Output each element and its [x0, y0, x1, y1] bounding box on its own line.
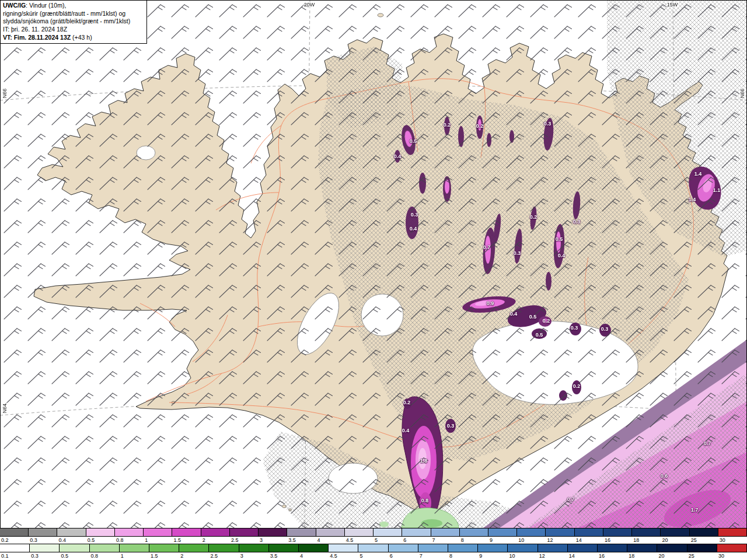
colorbar-label: 3 — [239, 552, 269, 559]
colorbar-cell — [374, 528, 402, 536]
colorbar-label: 10 — [508, 552, 537, 559]
title-line-1-rest: : Vindur (10m), — [26, 2, 66, 9]
colorbar-rain-cells — [0, 544, 747, 552]
colorbar-cell — [546, 528, 574, 536]
title-line-2: rigning/skúrir (grænt/blátt/rautt - mm/1… — [3, 10, 144, 18]
colorbar-label: 6 — [402, 537, 431, 544]
colorbar-label: 25 — [687, 552, 717, 559]
colorbar-label: 9 — [488, 537, 517, 544]
colorbar-label: 2 — [179, 552, 209, 559]
colorbar-cell — [488, 528, 517, 536]
colorbar-cell — [29, 528, 57, 536]
colorbar-label: 30 — [717, 552, 747, 559]
colorbar-label: 8 — [460, 537, 488, 544]
valid-time-offset: (+43 h) — [71, 34, 92, 41]
colorbar-sleet-labels: 0.20.30.40.50.811.522.533.544.5567891012… — [0, 537, 747, 544]
colorbar-label: 25 — [690, 537, 718, 544]
colorbar-label: 7 — [431, 537, 460, 544]
valid-time: VT: Fim. 28.11.2024 13Z (+43 h) — [3, 34, 144, 42]
colorbar-cell — [299, 544, 329, 552]
colorbar-cell — [179, 544, 209, 552]
colorbar-label: 3 — [259, 537, 287, 544]
colorbar-label: 0.2 — [0, 537, 29, 544]
colorbar-cell — [575, 528, 603, 536]
colorbar-label: 0.5 — [60, 552, 89, 559]
colorbar-cell — [389, 544, 418, 552]
colorbar-sleet-snow: 0.20.30.40.50.811.522.533.544.5567891012… — [0, 528, 747, 544]
colorbar-cell — [448, 544, 478, 552]
colorbar-cell — [358, 544, 388, 552]
colorbar-label: 18 — [627, 552, 657, 559]
colorbar-area: 0.20.30.40.50.811.522.533.544.5567891012… — [0, 528, 747, 560]
colorbar-label: 0.4 — [57, 537, 86, 544]
colorbar-cell — [115, 528, 144, 536]
colorbar-cell — [598, 544, 627, 552]
colorbar-cell — [86, 528, 115, 536]
colorbar-label: 0.3 — [30, 552, 60, 559]
colorbar-label: 4.5 — [329, 552, 358, 559]
map-area: 20W15WN66N66N64 0.30.50.40.20.20.30.40.7… — [0, 0, 747, 528]
colorbar-cell — [172, 528, 201, 536]
title-box: UWC/IG: Vindur (10m), rigning/skúrir (gr… — [0, 0, 147, 44]
colorbar-label: 4 — [299, 552, 329, 559]
colorbar-label: 8 — [448, 552, 478, 559]
colorbar-cell — [0, 528, 29, 536]
colorbar-label: 14 — [575, 537, 603, 544]
colorbar-label: 4.5 — [345, 537, 374, 544]
colorbar-label: 2.5 — [230, 537, 259, 544]
colorbar-cell — [90, 544, 120, 552]
colorbar-label: 3.5 — [287, 537, 316, 544]
colorbar-label: 12 — [538, 552, 568, 559]
title-line-1: UWC/IG: Vindur (10m), — [3, 2, 144, 10]
colorbar-label: 1.5 — [149, 552, 179, 559]
colorbar-sleet-cells — [0, 528, 747, 537]
colorbar-cell — [517, 528, 546, 536]
colorbar-label: 30 — [718, 537, 747, 544]
colorbar-cell — [687, 544, 717, 552]
colorbar-cell — [717, 544, 747, 552]
colorbar-cell — [30, 544, 60, 552]
colorbar-cell — [508, 544, 537, 552]
colorbar-cell — [568, 544, 598, 552]
colorbar-cell — [661, 528, 689, 536]
colorbar-label: 7 — [418, 552, 448, 559]
colorbar-label: 4 — [316, 537, 345, 544]
colorbar-cell — [259, 528, 287, 536]
colorbar-cell — [120, 544, 149, 552]
colorbar-cell — [209, 544, 239, 552]
colorbar-cell — [418, 544, 448, 552]
colorbar-label: 20 — [661, 537, 689, 544]
colorbar-cell — [431, 528, 460, 536]
colorbar-label: 5 — [374, 537, 402, 544]
colorbar-rain: 0.10.30.50.811.522.533.544.5567891012141… — [0, 544, 747, 559]
colorbar-cell — [239, 544, 269, 552]
colorbar-label: 16 — [603, 537, 632, 544]
colorbar-cell — [478, 544, 508, 552]
colorbar-label: 14 — [568, 552, 598, 559]
wind-barb-field — [0, 0, 747, 528]
colorbar-cell — [603, 528, 632, 536]
colorbar-label: 2 — [201, 537, 230, 544]
colorbar-label: 0.8 — [115, 537, 144, 544]
colorbar-cell — [201, 528, 230, 536]
colorbar-cell — [269, 544, 299, 552]
colorbar-label: 18 — [632, 537, 661, 544]
colorbar-cell — [345, 528, 374, 536]
colorbar-cell — [230, 528, 259, 536]
colorbar-label: 1 — [120, 552, 149, 559]
valid-time-bold: VT: Fim. 28.11.2024 13Z — [3, 34, 71, 41]
colorbar-cell — [287, 528, 316, 536]
title-line-3: slydda/snjókoma (grátt/bleikt/grænt - mm… — [3, 18, 144, 26]
colorbar-cell — [60, 544, 89, 552]
colorbar-rain-labels: 0.10.30.50.811.522.533.544.5567891012141… — [0, 552, 747, 559]
colorbar-cell — [57, 528, 86, 536]
colorbar-label: 0.1 — [0, 552, 30, 559]
colorbar-cell — [144, 528, 172, 536]
colorbar-label: 20 — [657, 552, 687, 559]
colorbar-label: 1 — [144, 537, 172, 544]
colorbar-cell — [538, 544, 568, 552]
colorbar-label: 12 — [546, 537, 574, 544]
colorbar-cell — [329, 544, 358, 552]
colorbar-label: 3.5 — [269, 552, 299, 559]
map-svg — [0, 0, 747, 528]
